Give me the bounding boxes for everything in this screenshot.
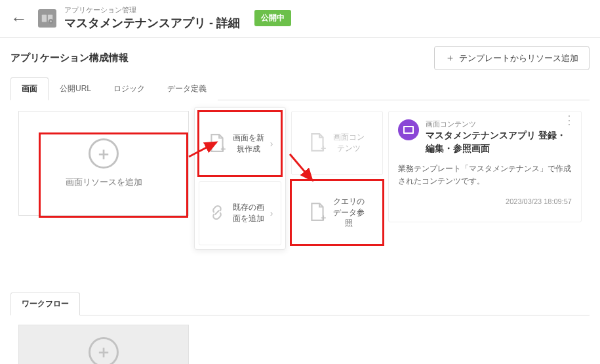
- option-screen-contents-label: 画面コンテンツ: [331, 132, 367, 154]
- svg-text:+: +: [220, 143, 226, 152]
- svg-point-3: [50, 20, 52, 22]
- svg-rect-0: [42, 14, 47, 22]
- workflow-tabs: ワークフロー: [10, 292, 590, 315]
- add-screen-resource-card[interactable]: ＋ 画面リソースを追加: [18, 111, 189, 216]
- back-arrow-icon[interactable]: ←: [8, 9, 30, 28]
- tab-data-def[interactable]: データ定義: [156, 77, 218, 100]
- page-new-icon: +: [207, 133, 227, 155]
- content-title: マスタメンテナンスアプリ 登録・編集・参照画面: [426, 129, 572, 155]
- status-badge: 公開中: [254, 10, 291, 26]
- plus-circle-icon: ＋: [89, 337, 119, 365]
- page-title: マスタメンテナンスアプリ - 詳細: [64, 15, 240, 31]
- workflow-disabled-card: ＋ このリソースは追加できません: [18, 325, 189, 364]
- add-screen-resource-label: 画面リソースを追加: [66, 176, 142, 188]
- tab-public-url[interactable]: 公開URL: [49, 77, 102, 100]
- app-icon: [38, 9, 56, 28]
- tab-workflow[interactable]: ワークフロー: [10, 293, 80, 315]
- content-description: 業務テンプレート「マスタメンテナンス」で作成されたコンテンツです。: [398, 163, 572, 188]
- option-screen-contents[interactable]: + 画面コンテンツ: [291, 111, 383, 175]
- option-new-screen-label: 画面を新規作成: [231, 132, 266, 155]
- option-query-data[interactable]: + クエリのデータ参照: [291, 180, 383, 245]
- option-existing-screen[interactable]: 既存の画面を追加 ›: [199, 181, 281, 245]
- svg-text:+: +: [321, 142, 326, 152]
- section-title: アプリケーション構成情報: [10, 52, 129, 64]
- content-type-label: 画面コンテンツ: [426, 119, 572, 129]
- breadcrumb: アプリケーション管理: [64, 5, 240, 15]
- tab-logic[interactable]: ロジック: [102, 77, 156, 100]
- svg-text:+: +: [321, 212, 326, 221]
- content-timestamp: 2023/03/23 18:09:57: [398, 197, 572, 205]
- option-new-screen[interactable]: + 画面を新規作成 ›: [199, 111, 281, 176]
- page-icon: +: [308, 132, 327, 154]
- link-icon: [207, 204, 227, 223]
- chevron-right-icon: ›: [270, 208, 273, 218]
- page-icon: +: [308, 202, 327, 224]
- more-menu-icon[interactable]: ⋮: [563, 118, 576, 123]
- resource-tabs: 画面 公開URL ロジック データ定義: [10, 77, 590, 100]
- tab-screen[interactable]: 画面: [10, 77, 49, 100]
- plus-icon: ＋: [445, 52, 455, 64]
- option-query-data-label: クエリのデータ参照: [331, 196, 367, 229]
- add-options-popup: + 画面を新規作成 › 既存の画面を追加 ›: [194, 107, 286, 250]
- chevron-right-icon: ›: [270, 138, 273, 149]
- content-card[interactable]: ⋮ 画面コンテンツ マスタメンテナンスアプリ 登録・編集・参照画面 業務テンプレ…: [388, 111, 582, 222]
- add-template-resource-button[interactable]: ＋ テンプレートからリソース追加: [434, 46, 590, 70]
- option-existing-screen-label: 既存の画面を追加: [231, 202, 266, 224]
- add-template-resource-label: テンプレートからリソース追加: [459, 52, 578, 64]
- content-type-icon: [398, 119, 419, 140]
- plus-circle-icon: ＋: [89, 138, 119, 169]
